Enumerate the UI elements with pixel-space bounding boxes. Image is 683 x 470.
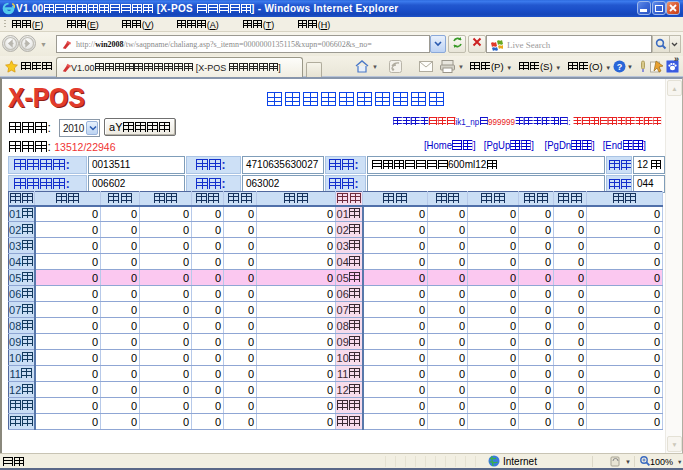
svg-text:?: ? [617,62,623,72]
